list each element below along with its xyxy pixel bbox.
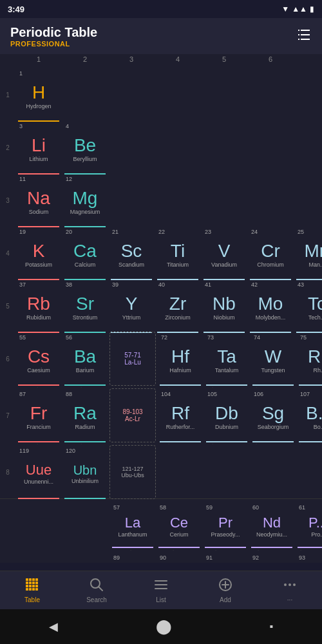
element-Li[interactable]: 3 Li Lithium: [15, 120, 62, 175]
symbol-Li: Li: [32, 137, 46, 155]
element-Cr[interactable]: 24 Cr Chromium: [247, 226, 294, 280]
element-Pm[interactable]: 61 P... Pro...: [295, 502, 322, 548]
element-Ubn[interactable]: 120 Ubn Unbinilium: [62, 445, 108, 499]
symbol-Nd: Nd: [263, 516, 281, 530]
nav-more[interactable]: ···: [270, 577, 309, 603]
home-button[interactable]: ⬤: [156, 618, 172, 635]
atomic-num-Be: 4: [66, 123, 69, 129]
symbol-La: La: [125, 516, 140, 530]
element-Nb[interactable]: 41 Nb Niobium: [201, 279, 247, 333]
atomic-num-Pa: 91: [206, 554, 213, 561]
element-Mo[interactable]: 42 Mo Molybden...: [247, 279, 294, 333]
svg-rect-0: [26, 578, 28, 581]
name-Mn: Man...: [308, 261, 322, 268]
range-num-LaLu: 57-71: [124, 352, 141, 359]
symbol-Pr: Pr: [218, 516, 232, 530]
name-La: Lanthanum: [118, 531, 147, 538]
nav-search[interactable]: Search: [77, 577, 116, 603]
border-W: [252, 384, 294, 386]
name-Ti: Titanium: [167, 261, 189, 268]
range-Ac-Lr[interactable]: 89-103 Ac-Lr: [109, 388, 156, 442]
atomic-num-Uue: 119: [19, 448, 29, 454]
symbol-W: W: [265, 348, 281, 366]
name-Ra: Radium: [75, 424, 95, 430]
element-Ta[interactable]: 73 Ta Tantalum: [204, 332, 250, 386]
element-Y[interactable]: 39 Y Yttrium: [108, 279, 155, 333]
svg-rect-15: [35, 588, 38, 591]
back-button[interactable]: ◀: [49, 620, 58, 634]
element-Fr[interactable]: 87 Fr Francium: [15, 388, 62, 442]
element-K[interactable]: 19 K Potassium: [15, 226, 62, 280]
element-Rf[interactable]: 104 Rf Rutherfor...: [157, 388, 204, 442]
atomic-num-U: 92: [252, 554, 259, 561]
filter-icon[interactable]: [296, 26, 312, 46]
name-Tc: Tech...: [308, 314, 322, 321]
element-Ti[interactable]: 22 Ti Titanium: [155, 226, 201, 280]
name-Nb: Niobium: [213, 314, 234, 321]
atomic-num-Sg: 106: [254, 391, 263, 397]
element-Sc[interactable]: 21 Sc Scandium: [108, 226, 155, 280]
element-U[interactable]: 92 U Uranium: [249, 552, 295, 563]
nav-add[interactable]: Add: [206, 577, 245, 603]
element-Rh[interactable]: 75 Rh Rh...: [296, 332, 322, 386]
element-Ce[interactable]: 58 Ce Cerium: [156, 502, 202, 548]
element-W[interactable]: 74 W Tungsten: [250, 332, 296, 386]
border-Uue: [18, 498, 59, 499]
element-Cs[interactable]: 55 Cs Caesium: [15, 332, 62, 386]
name-Nd: Neodymiu...: [256, 531, 287, 538]
element-Pr[interactable]: 59 Pr Praseody...: [202, 502, 249, 548]
symbol-Ba: Ba: [74, 348, 96, 366]
element-Rb[interactable]: 37 Rb Rubidium: [15, 279, 62, 333]
element-Nd[interactable]: 60 Nd Neodymiu...: [249, 502, 295, 548]
nav-table[interactable]: Table: [13, 577, 52, 603]
element-Hf[interactable]: 72 Hf Hafnium: [157, 332, 204, 386]
element-Ra[interactable]: 88 Ra Radium: [62, 388, 108, 442]
element-Zr[interactable]: 40 Zr Zirconium: [155, 279, 201, 333]
element-H[interactable]: 1 H Hydrogen: [15, 68, 62, 122]
header-title-group: Periodic Table PROFESSIONAL: [10, 25, 97, 48]
element-Tc[interactable]: 43 Tc Tech...: [294, 279, 322, 333]
element-Np[interactable]: 93 N... Nep...: [295, 552, 322, 563]
nav-list[interactable]: List: [142, 577, 180, 603]
list-icon: [153, 577, 169, 595]
symbol-Tc: Tc: [308, 295, 322, 313]
atomic-num-Th: 90: [160, 554, 166, 561]
svg-rect-11: [35, 585, 38, 587]
symbol-Be: Be: [74, 137, 96, 155]
period-6: 6 55 Cs Caesium 56 Ba Barium 57-71 La-Lu…: [0, 332, 322, 385]
element-Sg[interactable]: 106 Sg Seaborgium: [250, 388, 296, 442]
element-Na[interactable]: 11 Na Sodium: [15, 173, 62, 227]
element-Ac[interactable]: 89 Ac Actinium: [109, 552, 156, 563]
element-Db[interactable]: 105 Db Dubnium: [204, 388, 250, 442]
atomic-num-Ta: 73: [207, 334, 214, 341]
element-Mn[interactable]: 25 Mn Man...: [294, 226, 322, 280]
element-Ca[interactable]: 20 Ca Calcium: [62, 226, 108, 280]
svg-rect-4: [26, 582, 28, 584]
range-La-Lu[interactable]: 57-71 La-Lu: [109, 332, 156, 386]
element-Ba[interactable]: 56 Ba Barium: [62, 332, 108, 386]
element-La[interactable]: 57 La Lanthanum: [109, 502, 156, 548]
element-Sr[interactable]: 38 Sr Strontium: [62, 279, 108, 333]
atomic-num-Zr: 40: [158, 281, 165, 288]
element-V[interactable]: 23 V Vanadium: [201, 226, 247, 280]
element-Mg[interactable]: 12 Mg Magnesium: [62, 173, 108, 227]
row-num-5: 5: [0, 303, 15, 310]
symbol-Sg: Sg: [262, 404, 284, 422]
element-Bh[interactable]: 107 B... Bo...: [296, 388, 322, 442]
bottom-nav: Table Search List Add: [0, 571, 322, 609]
element-Pa[interactable]: 91 Pa Protactini...: [202, 552, 249, 563]
recents-button[interactable]: ▪: [269, 621, 273, 632]
border-Ce: [158, 547, 200, 548]
name-Na: Sodium: [29, 209, 49, 215]
border-Rh: [299, 384, 322, 386]
range-Ubu-Ubs[interactable]: 121-127 Ubu-Ubs: [109, 445, 156, 499]
atomic-num-Mn: 25: [298, 229, 304, 235]
status-icons: ▼ ▲▲ ▮: [281, 5, 314, 14]
element-Th[interactable]: 90 Th Thorium: [156, 552, 202, 563]
element-Uue[interactable]: 119 Uue Ununenni...: [15, 445, 62, 499]
atomic-num-W: 74: [254, 334, 260, 341]
border-Ta: [206, 384, 247, 386]
element-Be[interactable]: 4 Be Beryllium: [62, 120, 108, 175]
app-subtitle: PROFESSIONAL: [10, 40, 97, 48]
svg-point-25: [289, 583, 291, 586]
